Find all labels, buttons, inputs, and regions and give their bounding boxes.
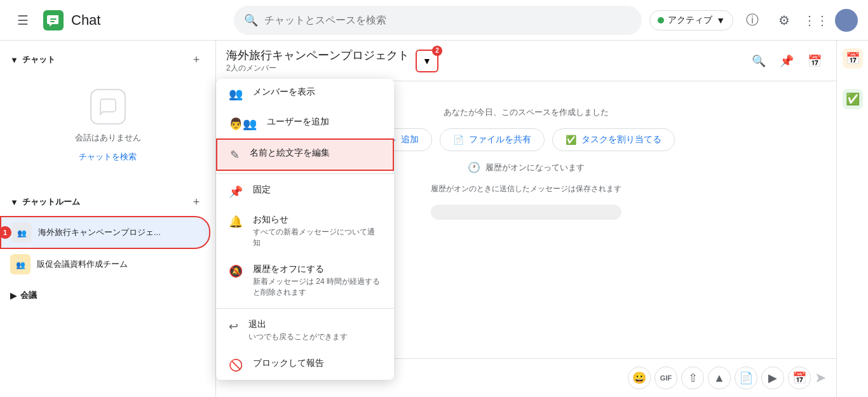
header-pin-button[interactable]: 📌 [775, 50, 798, 72]
history-icon: 🕐 [468, 161, 480, 173]
gif-button[interactable]: GIF [654, 367, 677, 389]
add-room-button[interactable]: + [187, 193, 205, 211]
menu-item-leave[interactable]: ↩ 退出 いつでも戻ることができます [216, 311, 394, 350]
sidebar-rooms-section: ▼ チャットルーム + 👥 海外旅行キャンペーンプロジェ... 1 [0, 183, 215, 285]
calendar-button[interactable]: 📅 [788, 367, 811, 389]
chat-input-icons: 😀 GIF ⇧ ▲ 📄 ▶ 📅 ➤ [628, 367, 826, 389]
empty-chat-link[interactable]: チャットを検索 [79, 151, 137, 163]
room-icon-1: 👥 [11, 222, 32, 243]
pin-label: 固定 [253, 184, 271, 196]
sidebar-rooms-header[interactable]: ▼ チャットルーム + [0, 188, 215, 216]
sidebar-rooms-title: ▼ チャットルーム [10, 196, 80, 208]
sidebar-chat-header[interactable]: ▼ チャット + [0, 46, 215, 74]
status-indicator [658, 17, 664, 24]
header-search-button[interactable]: 🔍 [747, 50, 770, 72]
add-user-icon: 👨‍👥 [229, 117, 257, 131]
menu-item-add-user[interactable]: 3 👨‍👥 ユーザーを追加 [216, 109, 394, 138]
menu-item-block-report[interactable]: 🚫 ブロックして報告 [216, 350, 394, 380]
leave-sublabel: いつでも戻ることができます [248, 332, 348, 342]
assign-task-icon: ✅ [566, 135, 576, 145]
hamburger-menu[interactable]: ☰ [10, 8, 36, 33]
search-icon: 🔍 [244, 13, 258, 27]
step-1-badge: 1 [0, 226, 11, 239]
sidebar-meetings[interactable]: ▶ 会議 [0, 285, 215, 306]
leave-icon: ↩ [229, 320, 238, 333]
search-input[interactable] [264, 15, 632, 26]
sidebar: ▼ チャット + 会話はありません チャットを検索 ▼ チャッ [0, 41, 216, 397]
add-user-label: ユーザーを追加 [267, 116, 329, 128]
edit-name-label: 名前と絵文字を編集 [250, 147, 330, 159]
status-label: アクティブ [668, 15, 712, 26]
notifications-sublabel: すべての新着メッセージについて通知 [253, 227, 381, 248]
chevron-down-icon: ▼ [10, 55, 18, 65]
edit-name-icon: ✎ [230, 148, 240, 162]
action-buttons: + 追加 📄 ファイルを共有 ✅ タスクを割り当てる [377, 128, 675, 151]
drive-button[interactable]: ▲ [708, 367, 731, 389]
empty-message: 会話はありません [75, 132, 141, 144]
room-name-1: 海外旅行キャンペーンプロジェ... [38, 227, 161, 238]
right-sidebar: 📅 ✅ [836, 41, 868, 397]
settings-button[interactable]: ⚙ [771, 8, 797, 33]
blurred-message [431, 205, 621, 220]
menu-item-edit-name[interactable]: ✎ 名前と絵文字を編集 [216, 138, 394, 171]
right-calendar-icon[interactable]: 📅 [843, 48, 863, 69]
svg-rect-1 [50, 18, 57, 20]
video-button[interactable]: ▶ [761, 367, 784, 389]
content-header: 海外旅行キャンペーンプロジェクト 2人のメンバー 2 ▼ 🔍 📌 📅 👥 [216, 41, 836, 81]
chevron-down-rooms-icon: ▼ [10, 198, 18, 207]
sidebar-empty-state: 会話はありません チャットを検索 [0, 74, 215, 178]
content-subtitle: 2人のメンバー [226, 63, 409, 74]
show-members-label: メンバーを表示 [253, 86, 315, 98]
apps-button[interactable]: ⋮⋮ [803, 8, 829, 33]
share-file-icon: 📄 [453, 135, 464, 145]
notifications-label: お知らせ [253, 214, 381, 225]
emoji-button[interactable]: 😀 [628, 367, 651, 389]
content-title-group: 海外旅行キャンペーンプロジェクト 2人のメンバー 2 ▼ [226, 48, 438, 74]
history-off-sublabel: 新着メッセージは 24 時間が経過すると削除されます [253, 276, 381, 298]
menu-item-show-members[interactable]: 👥 メンバーを表示 [216, 79, 394, 109]
sidebar-meetings-title: ▶ 会議 [10, 290, 205, 301]
status-chevron: ▼ [716, 15, 725, 25]
calendar-icon-btn[interactable]: 📅 [803, 50, 826, 72]
menu-divider-2 [216, 308, 394, 309]
upload-button[interactable]: ⇧ [681, 367, 704, 389]
svg-text:👥: 👥 [16, 260, 25, 269]
dropdown-menu: 👥 メンバーを表示 3 👨‍👥 ユーザーを追加 ✎ [216, 79, 394, 380]
space-created-text: あなたが今日、このスペースを作成しました [444, 107, 609, 118]
send-button[interactable]: ➤ [815, 370, 826, 386]
add-people-label: 追加 [401, 134, 419, 145]
share-file-label: ファイルを共有 [469, 134, 531, 145]
content-area: 海外旅行キャンペーンプロジェクト 2人のメンバー 2 ▼ 🔍 📌 📅 👥 [216, 41, 836, 397]
history-section: 🕐 履歴がオンになっています [468, 161, 585, 173]
assign-task-label: タスクを割り当てる [581, 134, 661, 145]
content-title: 海外旅行キャンペーンプロジェクト [226, 48, 409, 63]
block-report-icon: 🚫 [229, 358, 243, 372]
pin-icon: 📌 [229, 185, 243, 199]
share-file-button[interactable]: 📄 ファイルを共有 [440, 128, 545, 151]
sidebar-item-room-2[interactable]: 👥 販促会議資料作成チーム [0, 249, 215, 279]
menu-item-history-off[interactable]: 🔕 履歴をオフにする 新着メッセージは 24 時間が経過すると削除されます [216, 256, 394, 306]
num-badge: 2 [432, 46, 442, 56]
chevron-right-meetings-icon: ▶ [10, 291, 17, 300]
history-detail: 履歴がオンのときに送信したメッセージは保存されます [431, 184, 621, 194]
history-off-label: 履歴をオフにする [253, 264, 381, 275]
docs-button[interactable]: 📄 [735, 367, 757, 389]
topbar-right: アクティブ ▼ ⓘ ⚙ ⋮⋮ [649, 8, 858, 33]
menu-item-pin[interactable]: 📌 固定 [216, 177, 394, 206]
topbar-left: ☰ Chat [10, 8, 226, 33]
header-title-group: 海外旅行キャンペーンプロジェクト 2人のメンバー [226, 48, 409, 74]
search-bar: 🔍 [234, 6, 642, 35]
menu-item-notifications[interactable]: 🔔 お知らせ すべての新着メッセージについて通知 [216, 206, 394, 256]
status-button[interactable]: アクティブ ▼ [649, 10, 733, 30]
room-name-2: 販促会議資料作成チーム [37, 259, 128, 270]
avatar[interactable] [835, 9, 858, 32]
dropdown-trigger-button[interactable]: 2 ▼ [416, 50, 438, 72]
assign-task-button[interactable]: ✅ タスクを割り当てる [552, 128, 675, 151]
sidebar-item-room-1[interactable]: 👥 海外旅行キャンペーンプロジェ... 1 [0, 216, 210, 249]
sidebar-chat-section: ▼ チャット + 会話はありません チャットを検索 [0, 41, 215, 183]
add-chat-button[interactable]: + [187, 51, 205, 69]
right-tasks-icon[interactable]: ✅ [843, 89, 863, 109]
help-button[interactable]: ⓘ [740, 8, 765, 33]
svg-text:👥: 👥 [17, 228, 27, 238]
empty-chat-icon [90, 89, 126, 124]
